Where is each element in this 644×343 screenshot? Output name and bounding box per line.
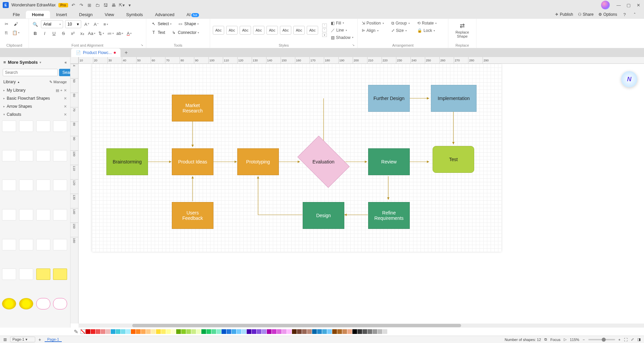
color-swatch[interactable] <box>352 329 357 334</box>
canvas[interactable]: 1020304050607080901001101201301401501601… <box>70 57 644 328</box>
canvas-page[interactable]: Brainstorming Market Research Product Id… <box>92 64 501 252</box>
subscript-icon[interactable]: x₂ <box>79 30 86 37</box>
color-swatch[interactable] <box>277 329 282 334</box>
color-swatch[interactable] <box>196 329 201 334</box>
color-swatch[interactable] <box>347 329 352 334</box>
shape-thumb[interactable] <box>36 180 50 191</box>
menu-symbols[interactable]: Symbols <box>120 11 149 18</box>
lib-close-icon[interactable]: ✕ <box>64 88 67 93</box>
shape-thumb[interactable] <box>53 120 67 132</box>
page-layout-icon[interactable]: ▥ <box>3 337 7 342</box>
shape-thumb[interactable] <box>36 150 50 161</box>
undo-icon[interactable]: ↶ <box>71 2 76 8</box>
color-swatch[interactable] <box>362 329 367 334</box>
eyedropper-icon[interactable]: ✎ <box>74 329 78 335</box>
node-prototyping[interactable]: Prototyping <box>237 148 279 175</box>
font-color-icon[interactable]: A <box>126 30 133 37</box>
size-button[interactable]: ⤢Size <box>390 28 411 34</box>
style-preset-1[interactable]: Abc <box>213 26 224 35</box>
color-swatch[interactable] <box>191 329 196 334</box>
lib-cat-flowchart[interactable]: ▸Basic Flowchart Shapes✕ <box>0 94 70 102</box>
symbol-search-input[interactable] <box>3 69 58 76</box>
shadow-button[interactable]: ▧Shadow <box>330 35 355 41</box>
node-product-ideas[interactable]: Product Ideas <box>172 148 213 175</box>
style-preset-5[interactable]: Abc <box>266 26 278 35</box>
properties-pane-icon[interactable]: ◨ <box>637 337 641 342</box>
color-swatch[interactable] <box>242 329 246 334</box>
node-market-research[interactable]: Market Research <box>172 95 213 121</box>
style-down-icon[interactable]: ˅ <box>322 28 327 32</box>
lib-cat-callouts[interactable]: ▾Callouts✕ <box>0 110 70 118</box>
document-tab[interactable]: 📄 Product Flowc... <box>71 48 120 57</box>
color-swatch[interactable] <box>302 329 307 334</box>
cut-icon[interactable]: ✂ <box>3 20 10 28</box>
lib-edit-icon[interactable]: ▤ <box>56 88 59 93</box>
color-swatch[interactable] <box>357 329 362 334</box>
menu-insert[interactable]: Insert <box>50 11 73 18</box>
maximize-icon[interactable]: ▢ <box>627 3 631 7</box>
color-swatch[interactable] <box>171 329 176 334</box>
copy-icon[interactable]: ⎘ <box>3 29 10 36</box>
new-icon[interactable]: ⊞ <box>87 2 92 8</box>
color-swatch[interactable] <box>287 329 292 334</box>
highlight-icon[interactable]: ab <box>116 30 123 37</box>
no-fill-swatch[interactable] <box>81 329 85 334</box>
more-icon[interactable]: ▾ <box>127 2 133 8</box>
color-swatch[interactable] <box>252 329 256 334</box>
color-swatch[interactable] <box>201 329 206 334</box>
ai-assistant-button[interactable]: N <box>621 71 637 87</box>
menu-advanced[interactable]: Advanced <box>149 11 181 18</box>
shape-tool[interactable]: ▭Shape▾ <box>176 20 201 28</box>
lib-add-icon[interactable]: + <box>60 88 62 93</box>
shape-thumb[interactable] <box>19 268 33 280</box>
color-swatch[interactable] <box>211 329 216 334</box>
rotate-button[interactable]: ⟲Rotate <box>416 20 438 26</box>
shape-thumb[interactable] <box>19 239 33 250</box>
style-preset-3[interactable]: Abc <box>240 26 251 35</box>
shape-thumb[interactable] <box>19 120 33 132</box>
export-icon[interactable]: ⇱▾ <box>119 2 125 8</box>
add-page-icon[interactable]: + <box>39 337 41 342</box>
select-tool[interactable]: ↖Select▾ <box>149 20 174 28</box>
search-font-icon[interactable]: 🔍 <box>32 20 39 28</box>
node-implementation[interactable]: Implementation <box>431 85 477 112</box>
style-preset-2[interactable]: Abc <box>226 26 238 35</box>
lib-close-icon[interactable]: ✕ <box>64 104 67 109</box>
color-swatch[interactable] <box>322 329 327 334</box>
shape-thumb[interactable] <box>19 209 33 220</box>
color-swatch[interactable] <box>166 329 171 334</box>
style-preset-8[interactable]: Abc <box>307 26 318 35</box>
print-icon[interactable]: 🖶 <box>111 2 116 8</box>
font-name-select[interactable]: Arial▾ <box>41 20 63 28</box>
superscript-icon[interactable]: x² <box>69 30 77 37</box>
style-preset-4[interactable]: Abc <box>253 26 264 35</box>
focus-button[interactable]: Focus <box>550 338 560 342</box>
format-painter-icon[interactable]: 🖌 <box>12 20 19 28</box>
open-icon[interactable]: 🗀 <box>95 2 100 8</box>
color-swatch[interactable] <box>378 329 382 334</box>
node-refine[interactable]: Refine Requirements <box>368 202 410 229</box>
node-users-feedback[interactable]: Users Feedback <box>172 202 213 229</box>
node-brainstorming[interactable]: Brainstorming <box>106 148 148 175</box>
menu-design[interactable]: Design <box>73 11 99 18</box>
node-further-design[interactable]: Further Design <box>368 85 410 112</box>
paste-icon[interactable]: 📋 <box>12 29 19 36</box>
color-swatch[interactable] <box>181 329 186 334</box>
zoom-in-icon[interactable]: + <box>618 338 621 342</box>
font-decrease-icon[interactable]: A⁻ <box>93 20 100 28</box>
underline-icon[interactable]: U <box>50 30 58 37</box>
color-swatch[interactable] <box>388 329 392 334</box>
color-swatch[interactable] <box>176 329 181 334</box>
strike-icon[interactable]: S <box>60 30 67 37</box>
color-swatch[interactable] <box>373 329 377 334</box>
menu-ai[interactable]: AIhot <box>181 11 205 18</box>
color-swatch[interactable] <box>292 329 297 334</box>
fit-page-icon[interactable]: ⛶ <box>624 338 628 342</box>
lib-cat-mylibrary[interactable]: ▸My Library▤+✕ <box>0 86 70 94</box>
shape-thumb[interactable] <box>53 298 67 309</box>
shape-thumb[interactable] <box>36 209 50 220</box>
page-tab[interactable]: Page-1 <box>45 337 62 342</box>
node-test[interactable]: Test <box>433 146 474 173</box>
shape-thumb[interactable] <box>19 150 33 161</box>
node-design[interactable]: Design <box>303 202 344 229</box>
